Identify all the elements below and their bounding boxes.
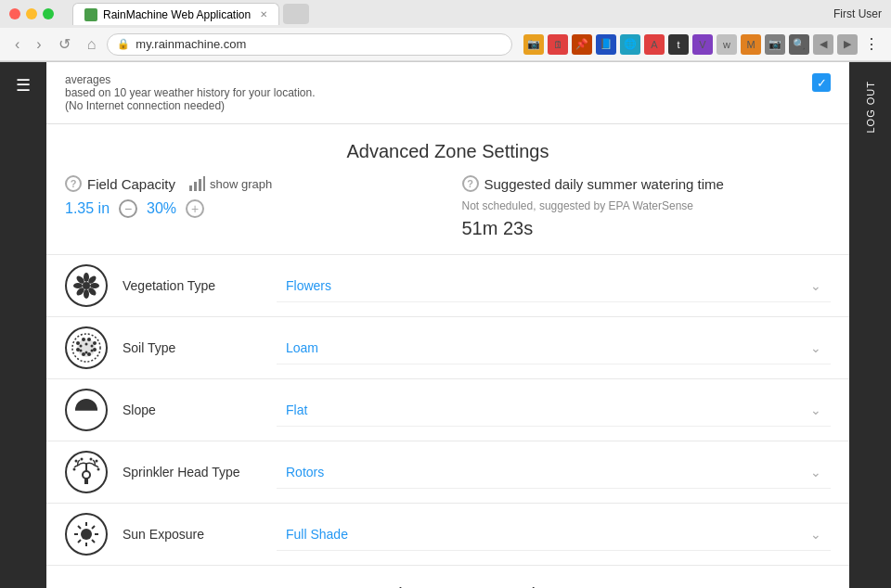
extension-icon-2[interactable]: 🗓 [548,34,568,55]
suggested-watering-section: ? Suggested daily summer watering time N… [434,175,832,239]
extension-icon-8[interactable]: V [692,34,713,55]
forward-button[interactable]: › [31,34,46,55]
field-capacity-value: 1.35 in [65,200,110,217]
flow-rate-title: Zone Flow Rate Reporting [65,584,831,588]
suggested-time: 51m 23s [462,218,832,239]
svg-point-6 [84,273,89,282]
field-capacity-percent: 30% [147,200,176,217]
soil-type-chevron: ⌄ [810,340,821,355]
averages-checkbox[interactable]: ✓ [812,73,831,92]
sprinkler-head-row: Sprinkler Head Type Rotors ⌄ [46,441,849,504]
svg-point-20 [93,348,97,352]
svg-point-26 [91,345,94,348]
sprinkler-head-chevron: ⌄ [810,465,821,479]
soil-type-label: Soil Type [123,340,262,355]
slope-chevron: ⌄ [810,403,821,417]
extension-icon-4[interactable]: 📘 [596,34,616,55]
svg-line-47 [92,526,95,529]
right-panel: LOG OUT [849,62,891,588]
sprinkler-head-select[interactable]: Rotors ⌄ [277,455,831,489]
show-graph-label: show graph [210,177,272,191]
back-button[interactable]: ‹ [9,34,25,55]
sun-exposure-icon [65,513,108,556]
svg-line-46 [92,540,95,543]
sun-exposure-select[interactable]: Full Shade ⌄ [277,518,831,551]
close-window-dot[interactable] [9,8,20,19]
svg-rect-2 [199,179,201,191]
slope-row: Slope Flat ⌄ [46,379,849,441]
menu-icon[interactable]: ⋮ [861,34,882,55]
field-capacity-section: ? Field Capacity show graph 1.35 in [65,175,434,218]
sun-exposure-label: Sun Exposure [123,527,262,542]
maximize-window-dot[interactable] [43,8,54,19]
sprinkler-head-icon [65,451,108,493]
tab-close-button[interactable]: ✕ [260,9,267,19]
vegetation-type-select[interactable]: Flowers ⌄ [277,269,831,302]
svg-point-22 [82,352,85,356]
extension-icon-10[interactable]: M [741,34,761,55]
soil-type-row: Soil Type Loam ⌄ [46,317,849,379]
slope-label: Slope [123,403,262,417]
new-tab-button[interactable] [283,4,309,24]
extension-icon-7[interactable]: t [668,34,689,55]
svg-point-17 [82,338,85,341]
svg-point-39 [97,468,100,471]
address-bar[interactable]: 🔒 my.rainmachine.com [107,33,512,56]
svg-point-8 [90,283,99,288]
extension-icon-14[interactable]: ▶ [837,34,858,55]
chart-icon [188,176,205,191]
vegetation-type-chevron: ⌄ [810,278,821,293]
field-capacity-help-icon[interactable]: ? [65,175,82,192]
sidebar-menu-item[interactable]: ☰ [0,62,46,109]
soil-type-icon [65,326,108,369]
svg-point-37 [96,460,98,463]
svg-point-31 [83,471,90,479]
suggested-help-icon[interactable]: ? [462,175,479,192]
svg-point-36 [73,468,76,471]
extension-icon-1[interactable]: 📷 [523,34,544,55]
slope-select[interactable]: Flat ⌄ [277,393,831,427]
suggested-sub: Not scheduled, suggested by EPA WaterSen… [462,199,832,212]
soil-type-select[interactable]: Loam ⌄ [277,331,831,364]
extension-icon-5[interactable]: 🌐 [620,34,640,55]
log-out-text: LOG OUT [865,81,876,134]
show-graph-button[interactable]: show graph [188,176,272,191]
svg-rect-0 [189,185,192,191]
field-capacity-increase-button[interactable]: + [186,199,204,218]
vegetation-type-row: Vegetation Type Flowers ⌄ [46,255,849,317]
extension-icon-13[interactable]: ◀ [813,34,833,55]
page-title: Advanced Zone Settings [46,124,849,175]
tab-favicon [84,8,97,21]
svg-point-10 [84,289,89,299]
extension-icon-3[interactable]: 📌 [572,34,592,55]
home-button[interactable]: ⌂ [82,34,102,55]
averages-line1: averages [65,73,315,86]
averages-line3: (No Internet connection needed) [65,99,315,112]
svg-point-28 [85,352,88,354]
svg-point-23 [76,348,80,352]
content-area: averages based on 10 year weather histor… [46,62,849,588]
flow-rate-section: Zone Flow Rate Reporting Use this option… [46,566,849,588]
svg-point-27 [91,350,94,352]
vegetation-type-icon [65,264,108,307]
svg-point-12 [73,283,83,288]
extension-icon-11[interactable]: 📷 [765,34,785,55]
field-capacity-decrease-button[interactable]: − [119,199,137,218]
sidebar: ☰ [0,62,46,588]
extension-icon-9[interactable]: w [717,34,737,55]
svg-point-29 [80,350,83,352]
svg-point-19 [93,341,97,345]
browser-tab[interactable]: RainMachine Web Application ✕ [72,3,279,25]
svg-point-40 [81,529,92,540]
minimize-window-dot[interactable] [26,8,37,19]
vegetation-type-value: Flowers [286,278,331,293]
extension-icon-12[interactable]: 🔍 [789,34,809,55]
user-label: First User [833,7,882,20]
vegetation-type-label: Vegetation Type [123,278,262,293]
refresh-button[interactable]: ↺ [53,33,76,55]
sun-exposure-row: Sun Exposure Full Shade ⌄ [46,504,849,566]
svg-point-38 [90,458,93,461]
extension-icon-6[interactable]: A [644,34,665,55]
svg-point-35 [81,458,84,461]
sprinkler-head-label: Sprinkler Head Type [123,465,262,479]
